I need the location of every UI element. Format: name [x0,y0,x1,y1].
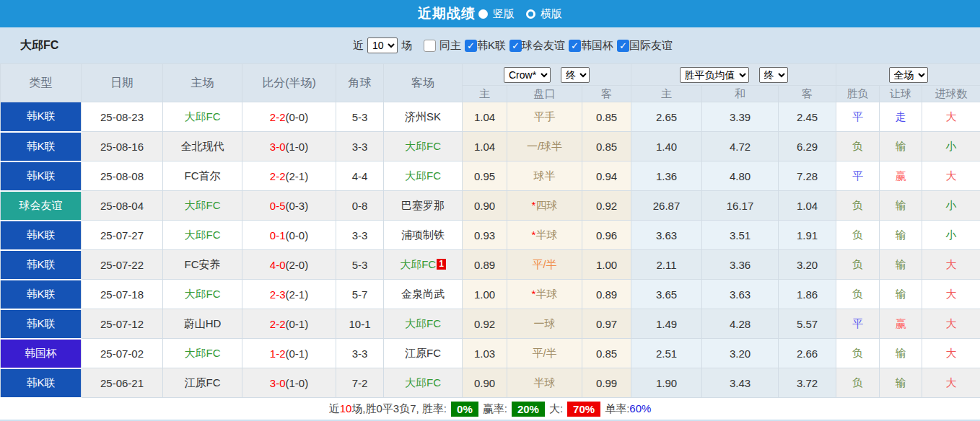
home-team: 江原FC [163,368,242,398]
home-team: 大邱FC [163,102,242,132]
corners: 5-7 [336,280,384,309]
away-team: 巴塞罗那 [384,191,463,221]
result-wdl: 负 [836,221,880,250]
results-table: 类型 日期 主场 比分(半场) 角球 客场 Crow* 终 胜平负均值 终 全场 [0,63,980,399]
league-label: 韩国杯 [581,39,613,53]
league-label: 韩K联 [477,39,506,53]
subcol-away-odds: 客 [582,86,631,102]
cover-rate-label: 赢率: [483,402,507,416]
match-date: 25-08-04 [82,191,163,221]
fulltime-score: 2-2 [270,170,286,182]
match-date: 25-07-22 [82,250,163,280]
cover-rate-badge: 20% [512,402,545,417]
match-type-badge: 韩K联 [1,161,82,191]
league-label: 球会友谊 [522,39,565,53]
corners: 3-3 [336,339,384,368]
away-team-name: 金泉尚武 [401,288,445,300]
subcol-goals: 进球数 [922,86,980,102]
away-handicap-odds: 0.97 [582,309,631,339]
single-rate: 单率:60% [605,402,651,416]
result-handicap: 输 [880,221,922,250]
result-handicap: 输 [880,191,922,221]
same-home-checkbox[interactable] [424,40,436,52]
fulltime-score: 4-0 [270,259,286,271]
match-type-badge: 韩K联 [1,309,82,339]
home-team-name: 大邱FC [185,288,221,300]
avg-draw-odds: 3.51 [702,221,779,250]
corners: 10-1 [336,309,384,339]
handicap-line: *半球 [507,280,582,309]
col-score: 比分(半场) [242,64,336,102]
home-handicap-odds: 0.90 [463,191,507,221]
horizontal-radio-icon[interactable] [526,9,535,19]
avg-away-odds: 3.20 [779,250,836,280]
away-team-name: 大邱FC [405,140,441,152]
corners: 7-2 [336,368,384,398]
away-team-name: 江原FC [405,347,441,359]
avg-time-select[interactable]: 终 [759,67,788,83]
match-type-badge: 韩国杯 [1,339,82,368]
recent-count-select[interactable]: 10 [367,37,398,53]
away-handicap-odds: 0.89 [582,280,631,309]
result-wdl: 平 [836,102,880,132]
handicap-text: 平手 [534,110,556,123]
result-wdl: 负 [836,368,880,398]
result-wdl: 负 [836,191,880,221]
result-wdl: 负 [836,250,880,280]
handicap-text: 半球 [534,376,556,389]
match-date: 25-07-27 [82,221,163,250]
odds-time-select[interactable]: 终 [561,67,590,83]
table-row: 韩K联 25-08-08 FC首尔 2-2(2-1) 4-4 大邱FC 0.95… [1,161,980,191]
fulltime-score: 2-2 [270,111,286,123]
odds-dropdown-cell: Crow* 终 [463,64,631,86]
away-team: 大邱FC [384,161,463,191]
match-date: 25-07-02 [82,339,163,368]
result-wdl: 平 [836,161,880,191]
away-team: 大邱FC [384,368,463,398]
match-date: 25-08-08 [82,161,163,191]
big-rate-label: 大: [549,402,563,416]
avg-home-odds: 1.40 [631,132,702,161]
vertical-radio-icon[interactable] [478,9,488,19]
match-type-badge: 韩K联 [1,368,82,398]
col-date: 日期 [82,64,163,102]
odds-source-select[interactable]: Crow* [504,67,551,83]
avg-home-odds: 1.49 [631,309,702,339]
page-title: 近期战绩 [418,4,476,23]
league-checkbox-korea-cup[interactable]: ✓ [569,40,581,52]
col-home: 主场 [163,64,242,102]
home-team-name: 江原FC [185,376,221,389]
scope-select[interactable]: 全场 [889,67,928,83]
avg-draw-odds: 3.43 [702,368,779,398]
avg-type-select[interactable]: 胜平负均值 [680,67,749,83]
result-goals: 小 [922,221,980,250]
away-team-name: 大邱FC [405,169,441,182]
league-checkbox-intl-friendly[interactable]: ✓ [617,40,629,52]
home-handicap-odds: 1.04 [463,102,507,132]
away-team-name: 巴塞罗那 [401,199,445,211]
result-goals: 大 [922,250,980,280]
handicap-text: 平/半 [532,347,556,359]
league-checkbox-hankl[interactable]: ✓ [465,40,477,52]
avg-home-odds: 2.65 [631,102,702,132]
halftime-score: (0-0) [286,111,309,123]
home-handicap-odds: 0.90 [463,368,507,398]
league-checkbox-club-friendly[interactable]: ✓ [509,40,522,52]
subcol-wdl: 胜负 [836,86,880,102]
handicap-line: 一/球半 [507,132,582,161]
home-team: FC首尔 [163,161,242,191]
away-handicap-odds: 0.85 [582,339,631,368]
vertical-radio-label[interactable]: 竖版 [493,7,515,21]
score-cell: 3-0(1-0) [242,132,336,161]
avg-away-odds: 3.72 [779,368,836,398]
result-wdl: 负 [836,339,880,368]
corners: 5-3 [336,102,384,132]
win-rate-badge: 0% [451,402,478,417]
horizontal-radio-label[interactable]: 横版 [541,7,562,21]
avg-away-odds: 2.66 [779,339,836,368]
home-team-name: 大邱FC [185,229,221,241]
avg-home-odds: 2.11 [631,250,702,280]
away-handicap-odds: 0.94 [582,161,631,191]
match-type-badge: 韩K联 [1,280,82,309]
away-handicap-odds: 0.99 [582,368,631,398]
